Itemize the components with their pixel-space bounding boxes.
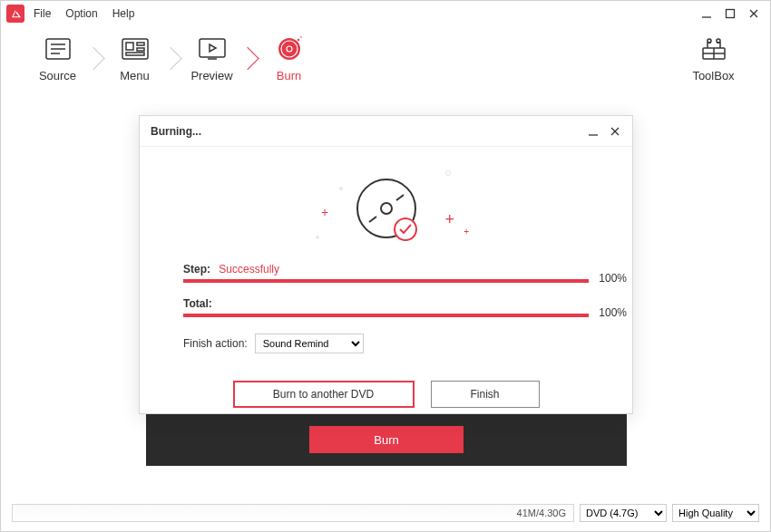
finish-button[interactable]: Finish (431, 381, 540, 408)
tab-source-label: Source (19, 69, 96, 82)
modal-header: Burning... (140, 116, 632, 147)
tab-preview-label: Preview (173, 69, 250, 82)
total-label: Total: (183, 297, 212, 310)
burn-icon (250, 34, 327, 63)
status-bar: 41M/4.30G DVD (4.7G) High Quality (12, 502, 759, 524)
size-bar: 41M/4.30G (12, 504, 574, 522)
svg-line-31 (369, 217, 376, 222)
finish-action-label: Finish action: (183, 337, 248, 350)
svg-rect-9 (126, 43, 133, 50)
tab-toolbox[interactable]: ToolBox (675, 34, 752, 82)
total-progress: Total: 100% (183, 297, 589, 317)
svg-line-32 (396, 195, 404, 200)
step-tabs: Source Menu Preview Burn ToolBox (1, 26, 770, 90)
quality-select[interactable]: High Quality (672, 504, 759, 522)
burn-another-button[interactable]: Burn to another DVD (233, 381, 415, 408)
svg-rect-11 (137, 48, 144, 51)
svg-rect-1 (727, 10, 735, 18)
burning-modal: Burning... + + + Step: S (139, 115, 633, 414)
size-text: 41M/4.30G (517, 508, 566, 518)
tab-menu-label: Menu (96, 69, 173, 82)
tab-burn[interactable]: Burn (250, 34, 327, 82)
finish-action-select[interactable]: Sound Remind (255, 334, 364, 353)
tab-toolbox-label: ToolBox (675, 69, 752, 82)
svg-point-19 (297, 38, 298, 40)
modal-minimize-button[interactable] (587, 125, 600, 138)
svg-rect-12 (126, 53, 144, 55)
svg-rect-10 (137, 43, 144, 45)
tab-menu[interactable]: Menu (96, 34, 173, 82)
svg-marker-14 (210, 44, 216, 52)
tab-burn-label: Burn (250, 69, 327, 82)
step-progress: Step: Successfully 100% (183, 263, 589, 283)
step-percent: 100% (599, 272, 627, 285)
modal-close-button[interactable] (609, 125, 621, 138)
svg-point-20 (300, 36, 302, 38)
close-button[interactable] (747, 6, 761, 21)
source-icon (19, 34, 96, 63)
toolbox-icon (675, 34, 752, 63)
svg-point-30 (381, 203, 392, 214)
svg-point-25 (717, 39, 720, 43)
tab-source[interactable]: Source (19, 34, 96, 82)
window-controls (699, 6, 765, 21)
disc-type-select[interactable]: DVD (4.7G) (580, 504, 667, 522)
total-percent: 100% (599, 306, 627, 319)
menu-file[interactable]: File (34, 7, 51, 20)
step-value: Successfully (219, 263, 279, 276)
preview-icon (173, 34, 250, 63)
burn-button[interactable]: Burn (309, 426, 464, 453)
svg-point-33 (395, 218, 416, 240)
titlebar: File Option Help (1, 1, 770, 26)
menu-help[interactable]: Help (112, 7, 135, 20)
tab-preview[interactable]: Preview (173, 34, 250, 82)
svg-point-24 (708, 39, 711, 43)
stage-footer: Burn (146, 413, 627, 466)
app-logo (6, 5, 24, 23)
disc-illustration: + + + (183, 163, 589, 254)
step-label: Step: (183, 263, 210, 276)
modal-title: Burning... (151, 125, 201, 138)
menu-option[interactable]: Option (65, 7, 97, 20)
menu-icon (96, 34, 173, 63)
maximize-button[interactable] (723, 6, 737, 21)
main-menu: File Option Help (34, 7, 134, 20)
svg-rect-13 (200, 39, 225, 57)
minimize-button[interactable] (699, 6, 714, 21)
